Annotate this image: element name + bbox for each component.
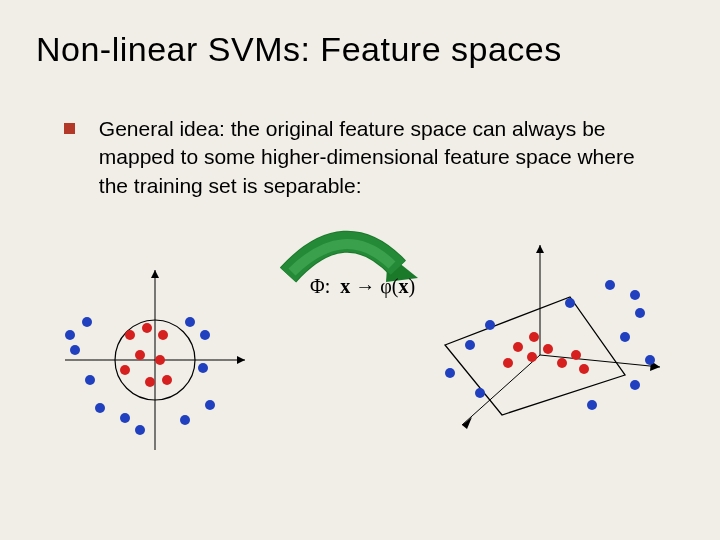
- svg-point-18: [135, 425, 145, 435]
- svg-point-32: [513, 342, 523, 352]
- svg-marker-2: [237, 356, 245, 364]
- svg-point-5: [125, 330, 135, 340]
- svg-point-49: [465, 340, 475, 350]
- svg-point-12: [120, 365, 130, 375]
- svg-point-20: [205, 400, 215, 410]
- svg-point-50: [445, 368, 455, 378]
- svg-point-34: [527, 352, 537, 362]
- svg-point-35: [543, 344, 553, 354]
- svg-marker-3: [151, 270, 159, 278]
- svg-point-51: [565, 298, 575, 308]
- svg-point-48: [485, 320, 495, 330]
- svg-point-15: [85, 375, 95, 385]
- bullet-square-icon: [64, 123, 75, 134]
- svg-point-14: [70, 345, 80, 355]
- svg-point-8: [135, 350, 145, 360]
- svg-point-38: [579, 364, 589, 374]
- svg-point-37: [571, 350, 581, 360]
- svg-point-24: [82, 317, 92, 327]
- right-scatter-3d: [410, 235, 690, 475]
- red-points-2d: [120, 323, 172, 387]
- svg-point-42: [635, 308, 645, 318]
- svg-point-10: [145, 377, 155, 387]
- mapping-formula: Φ: x → φ(x): [310, 275, 415, 298]
- bullet-text: General idea: the original feature space…: [99, 115, 654, 200]
- svg-point-9: [155, 355, 165, 365]
- svg-point-36: [557, 358, 567, 368]
- svg-point-22: [200, 330, 210, 340]
- svg-marker-27: [536, 245, 544, 253]
- bullet-row: General idea: the original feature space…: [64, 115, 664, 200]
- svg-point-47: [475, 388, 485, 398]
- svg-point-40: [605, 280, 615, 290]
- svg-point-21: [198, 363, 208, 373]
- svg-point-33: [529, 332, 539, 342]
- svg-point-17: [120, 413, 130, 423]
- diagram-area: Φ: x → φ(x): [40, 230, 680, 520]
- svg-point-23: [185, 317, 195, 327]
- svg-point-41: [630, 290, 640, 300]
- svg-point-16: [95, 403, 105, 413]
- svg-point-6: [142, 323, 152, 333]
- svg-point-43: [620, 332, 630, 342]
- svg-point-39: [503, 358, 513, 368]
- left-scatter-2d: [40, 250, 270, 470]
- red-points-3d: [503, 332, 589, 374]
- svg-point-45: [630, 380, 640, 390]
- svg-point-46: [587, 400, 597, 410]
- svg-point-13: [65, 330, 75, 340]
- svg-point-19: [180, 415, 190, 425]
- blue-points-2d: [65, 317, 215, 435]
- svg-point-11: [162, 375, 172, 385]
- svg-point-44: [645, 355, 655, 365]
- svg-point-7: [158, 330, 168, 340]
- slide-title: Non-linear SVMs: Feature spaces: [36, 30, 562, 69]
